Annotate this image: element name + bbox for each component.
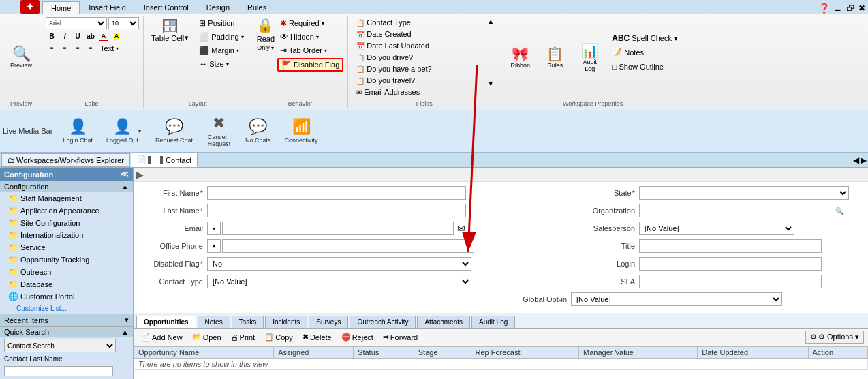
field-email-addresses[interactable]: ✉ Email Addresses [354,87,485,97]
maximize-icon[interactable]: 🗗 [846,3,854,13]
first-name-input[interactable] [207,186,466,200]
sidebar-section-recent[interactable]: Recent Items ▾ [0,314,133,326]
underline-button[interactable]: U [72,31,84,42]
logged-out-button[interactable]: 👤 Logged Out ▾ [100,115,148,147]
sidebar-item-service[interactable]: 📁 Service [0,241,133,254]
title-input[interactable] [639,239,822,253]
sidebar-item-opportunity[interactable]: 📁 Opportunity Tracking [0,254,133,266]
notes-button[interactable]: 📝 Notes [609,46,681,59]
org-search-button[interactable]: 🔍 [833,204,846,217]
office-phone-input[interactable] [222,239,474,253]
field-do-you-drive[interactable]: 📋 Do you drive? [354,52,485,63]
tab-incidents[interactable]: Incidents [265,316,307,328]
tab-attachments[interactable]: Attachments [417,316,470,328]
tab-insert-field[interactable]: Insert Field [80,1,134,14]
print-button[interactable]: 🖨 Print [228,332,259,343]
add-new-button[interactable]: 📄 Add New [138,331,186,343]
sla-input[interactable] [639,275,822,288]
show-outline-button[interactable]: □ Show Outline [609,61,681,73]
organization-input[interactable] [639,204,831,217]
italic-button[interactable]: I [59,31,71,42]
size-select[interactable]: 10 [108,17,139,29]
email-dropdown-button[interactable]: ▾ [207,222,221,235]
preview-button[interactable]: 🔍 Preview [7,44,35,71]
sidebar-collapse-icon[interactable]: ≪ [121,170,129,179]
sidebar-item-staff-management[interactable]: 📁 Staff Management [0,192,133,204]
login-input[interactable] [639,257,822,271]
ribbon-button[interactable]: 🎀 Ribbon [505,44,536,71]
phone-dropdown-button[interactable]: ▾ [207,239,221,253]
login-chat-button[interactable]: 👤 Login Chat [57,115,99,147]
delete-button[interactable]: ✖ Delete [299,331,335,343]
font-color-button[interactable]: A [97,31,110,42]
last-name-input[interactable] [207,204,466,217]
global-optin-select[interactable]: [No Value] [571,292,782,306]
quick-search-select[interactable]: Contact Search [4,339,116,352]
disabled-flag-select[interactable]: No [207,257,471,271]
table-cell-button[interactable]: Table Cell ▾ [149,17,191,44]
rules-button[interactable]: 📋 Rules [540,44,570,71]
state-select[interactable] [639,186,849,200]
read-only-button[interactable]: Read [257,35,275,43]
align-left[interactable]: ≡ [46,43,58,54]
align-right[interactable]: ≡ [72,43,84,54]
font-select[interactable]: Arial [46,17,107,29]
workspaces-workflows-tab[interactable]: 🗂 Workspaces/Workflows Explorer [1,153,130,167]
open-button[interactable]: 📂 Open [189,331,225,343]
tab-surveys[interactable]: Surveys [309,316,348,328]
salesperson-select[interactable]: [No Value] [639,222,794,235]
audit-log-button[interactable]: 📊 AuditLog [574,40,605,74]
sidebar-item-app-appearance[interactable]: 📁 Application Appearance [0,204,133,217]
tab-home[interactable]: Home [42,1,80,14]
tab-nav-left[interactable]: ◀ [853,155,859,165]
tab-rules[interactable]: Rules [238,1,275,14]
sidebar-item-internationalization[interactable]: 📁 Internationalization [0,229,133,241]
sidebar-item-database[interactable]: 📁 Database [0,278,133,290]
highlight-button[interactable]: A [110,31,123,42]
sidebar-item-site-config[interactable]: 📁 Site Configuration [0,217,133,229]
forward-button[interactable]: ➡ Forward [379,331,421,343]
contact-tab[interactable]: 📄 ██ Contact [131,153,198,167]
fields-scroll-up[interactable]: ▲ [486,17,495,26]
copy-button[interactable]: 📋 Copy [261,331,296,343]
sidebar-item-outreach[interactable]: 📁 Outreach [0,266,133,278]
spell-check-button[interactable]: ABC Spell Check ▾ [609,32,681,44]
tab-opportunities[interactable]: Opportunities [136,316,196,328]
hidden-button[interactable]: 👁 Hidden ▾ [277,31,343,43]
position-button[interactable]: ⊞ Position [196,17,246,29]
request-chat-button[interactable]: 💬 Request Chat [149,115,199,147]
required-button[interactable]: ✱ Required ▾ [277,17,343,29]
contact-type-select[interactable]: [No Value] [207,275,471,288]
align-center[interactable]: ≡ [59,43,71,54]
sidebar-item-customer-portal[interactable]: 🌐 Customer Portal [0,290,133,303]
padding-button[interactable]: ⬜ Padding ▾ [196,31,246,43]
strikethrough-button[interactable]: ab [84,31,97,42]
margin-button[interactable]: ⬛ Margin ▾ [196,44,246,57]
tab-order-button[interactable]: ⇥ Tab Order ▾ [277,44,343,57]
customize-list-link[interactable]: Customize List... [0,303,133,314]
connectivity-button[interactable]: 📶 Connectivity [279,115,324,147]
email-icon[interactable]: ✉ [455,222,467,234]
email-input[interactable] [222,222,454,235]
field-contact-type[interactable]: 📋 Contact Type [354,17,485,28]
align-justify[interactable]: ≡ [84,43,97,54]
help-icon[interactable]: ❓ [818,3,830,14]
tab-audit-log[interactable]: Audit Log [471,316,515,328]
minimize-icon[interactable]: 🗕 [834,3,842,13]
field-date-created[interactable]: 📅 Date Created [354,29,485,40]
bold-button[interactable]: B [46,31,58,42]
tab-design[interactable]: Design [198,1,238,14]
app-logo[interactable]: ✦ [20,0,40,14]
disabled-flag-button[interactable]: 🚩 Disabled Flag [277,58,343,72]
sidebar-section-quick-search[interactable]: Quick Search ▲ [0,326,133,337]
tab-outreach-activity[interactable]: Outreach Activity [350,316,416,328]
contact-last-name-input[interactable] [4,366,113,376]
tab-tasks[interactable]: Tasks [232,316,264,328]
field-do-you-have-pet[interactable]: 📋 Do you have a pet? [354,63,485,74]
field-do-you-travel[interactable]: 📋 Do you travel? [354,75,485,86]
sidebar-section-configuration[interactable]: Configuration ▲ [0,181,133,192]
cancel-request-button[interactable]: ✖ CancelRequest [200,111,238,151]
close-icon[interactable]: ✖ [858,3,865,13]
reject-button[interactable]: ⛔ Reject [338,331,377,343]
options-button[interactable]: ⚙ ⚙ Options ▾ [805,331,864,344]
